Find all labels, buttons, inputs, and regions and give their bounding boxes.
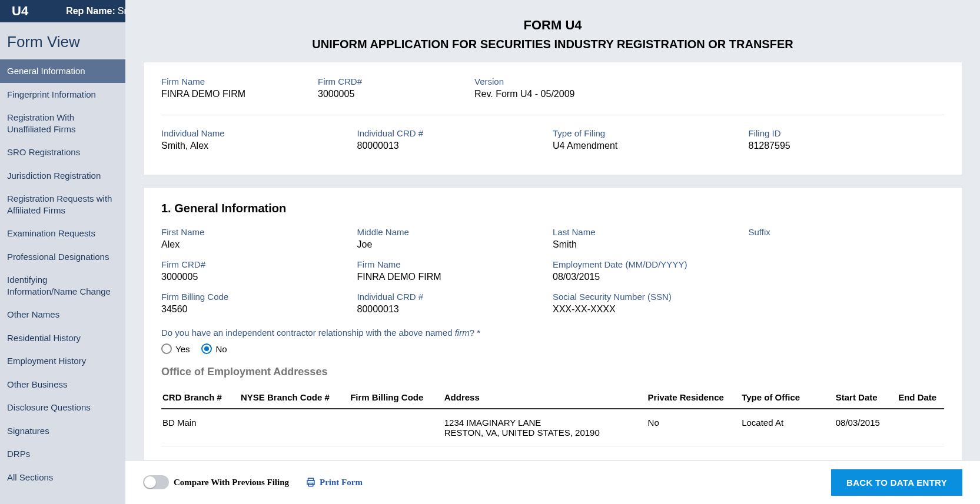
sidebar-item[interactable]: Residential History xyxy=(0,326,125,350)
th-end: End Date xyxy=(897,388,944,409)
cell-billing xyxy=(349,409,443,446)
gi-firm-name-label: Firm Name xyxy=(357,259,547,269)
topbar: U4 Rep Name: Smi xyxy=(0,0,125,22)
middle-name-label: Middle Name xyxy=(357,227,547,237)
rep-name-label: Rep Name: xyxy=(66,6,115,16)
filing-id-value: 81287595 xyxy=(749,141,939,151)
sidebar-item[interactable]: General Information xyxy=(0,59,125,83)
contractor-question: Do you have an independent contractor re… xyxy=(161,328,944,338)
th-billing: Firm Billing Code xyxy=(349,388,443,409)
sidebar-item[interactable]: Registration With Unaffiliated Firms xyxy=(0,106,125,141)
radio-yes[interactable]: Yes xyxy=(161,343,190,354)
radio-no[interactable]: No xyxy=(201,343,227,354)
version-label: Version xyxy=(474,76,625,86)
sidebar-title: Form View xyxy=(0,22,125,59)
filing-type-label: Type of Filing xyxy=(553,128,743,138)
ssn-label: Social Security Number (SSN) xyxy=(553,292,743,302)
sidebar-item[interactable]: Fingerprint Information xyxy=(0,83,125,106)
page-subtitle: UNIFORM APPLICATION FOR SECURITIES INDUS… xyxy=(143,38,962,51)
office-heading: Office of Employment Addresses xyxy=(161,366,944,378)
billing-code-label: Firm Billing Code xyxy=(161,292,351,302)
print-form-label: Print Form xyxy=(320,478,363,488)
th-office-type: Type of Office xyxy=(740,388,835,409)
th-start: Start Date xyxy=(835,388,897,409)
sidebar-item[interactable]: Employment History xyxy=(0,349,125,373)
th-crd-branch: CRD Branch # xyxy=(161,388,240,409)
cell-nyse-branch xyxy=(240,409,349,446)
main-content: FORM U4 UNIFORM APPLICATION FOR SECURITI… xyxy=(125,0,980,460)
sidebar-item[interactable]: Examination Requests xyxy=(0,222,125,245)
cell-address: 1234 IMAGINARY LANERESTON, VA, UNITED ST… xyxy=(443,409,647,446)
firm-crd-label: Firm CRD# xyxy=(318,76,469,86)
gi-firm-name-value: FINRA DEMO FIRM xyxy=(357,272,547,282)
cell-crd-branch: BD Main xyxy=(161,409,240,446)
divider xyxy=(161,115,944,115)
footer: Compare With Previous Filing Print Form … xyxy=(125,460,980,504)
individual-name-value: Smith, Alex xyxy=(161,141,351,151)
first-name-value: Alex xyxy=(161,239,351,250)
contractor-radio-group: Yes No xyxy=(161,343,944,354)
radio-circle-icon xyxy=(201,343,212,354)
th-nyse-branch: NYSE Branch Code # xyxy=(240,388,349,409)
compare-toggle-label: Compare With Previous Filing xyxy=(174,478,289,488)
individual-name-label: Individual Name xyxy=(161,128,351,138)
th-address: Address xyxy=(443,388,647,409)
first-name-label: First Name xyxy=(161,227,351,237)
general-info-card: 1. General Information First Name Alex M… xyxy=(143,187,962,460)
sidebar-item[interactable]: Registration Requests with Affiliated Fi… xyxy=(0,187,125,222)
th-priv-res: Private Residence xyxy=(647,388,741,409)
header-card: Firm Name FINRA DEMO FIRM Firm CRD# 3000… xyxy=(143,62,962,175)
sidebar-item[interactable]: Disclosure Questions xyxy=(0,396,125,419)
sidebar-item[interactable]: Jurisdiction Registration xyxy=(0,164,125,188)
version-value: Rev. Form U4 - 05/2009 xyxy=(474,89,625,99)
compare-toggle[interactable] xyxy=(143,475,169,489)
radio-circle-icon xyxy=(161,343,172,354)
gi-ind-crd-value: 80000013 xyxy=(357,304,547,315)
employment-date-value: 08/03/2015 xyxy=(553,272,743,282)
filing-id-label: Filing ID xyxy=(749,128,939,138)
last-name-value: Smith xyxy=(553,239,743,250)
ssn-value: XXX-XX-XXXX xyxy=(553,304,743,315)
suffix-label: Suffix xyxy=(749,227,939,237)
sidebar-item[interactable]: Other Names xyxy=(0,303,125,326)
section-heading: 1. General Information xyxy=(161,202,944,215)
radio-no-label: No xyxy=(215,344,227,354)
gi-firm-crd-value: 3000005 xyxy=(161,272,351,282)
cell-start: 08/03/2015 xyxy=(835,409,897,446)
last-name-label: Last Name xyxy=(553,227,743,237)
print-form-link[interactable]: Print Form xyxy=(305,477,363,488)
cell-priv-res: No xyxy=(647,409,741,446)
gi-ind-crd-label: Individual CRD # xyxy=(357,292,547,302)
table-row: BD Main1234 IMAGINARY LANERESTON, VA, UN… xyxy=(161,409,944,446)
gi-firm-crd-label: Firm CRD# xyxy=(161,259,351,269)
individual-crd-label: Individual CRD # xyxy=(357,128,547,138)
office-table: CRD Branch # NYSE Branch Code # Firm Bil… xyxy=(161,388,944,446)
radio-yes-label: Yes xyxy=(175,344,190,354)
topbar-code: U4 xyxy=(12,4,28,19)
cell-end xyxy=(897,409,944,446)
firm-name-value: FINRA DEMO FIRM xyxy=(161,89,312,99)
sidebar-item[interactable]: Professional Designations xyxy=(0,245,125,269)
sidebar-item[interactable]: Other Business xyxy=(0,373,125,396)
firm-crd-value: 3000005 xyxy=(318,89,469,99)
rep-name-value: Smi xyxy=(118,6,125,16)
middle-name-value: Joe xyxy=(357,239,547,250)
billing-code-value: 34560 xyxy=(161,304,351,315)
filing-type-value: U4 Amendment xyxy=(553,141,743,151)
sidebar-item[interactable]: Identifying Information/Name Change xyxy=(0,268,125,303)
sidebar-item[interactable]: Signatures xyxy=(0,419,125,443)
sidebar-item[interactable]: All Sections xyxy=(0,466,125,489)
firm-name-label: Firm Name xyxy=(161,76,312,86)
employment-date-label: Employment Date (MM/DD/YYYY) xyxy=(553,259,743,269)
back-to-data-entry-button[interactable]: BACK TO DATA ENTRY xyxy=(831,469,962,496)
cell-office-type: Located At xyxy=(740,409,835,446)
page-title: FORM U4 xyxy=(143,18,962,33)
individual-crd-value: 80000013 xyxy=(357,141,547,151)
sidebar: Form View General InformationFingerprint… xyxy=(0,22,125,504)
sidebar-item[interactable]: DRPs xyxy=(0,442,125,466)
sidebar-item[interactable]: SRO Registrations xyxy=(0,141,125,164)
print-icon xyxy=(305,477,316,488)
